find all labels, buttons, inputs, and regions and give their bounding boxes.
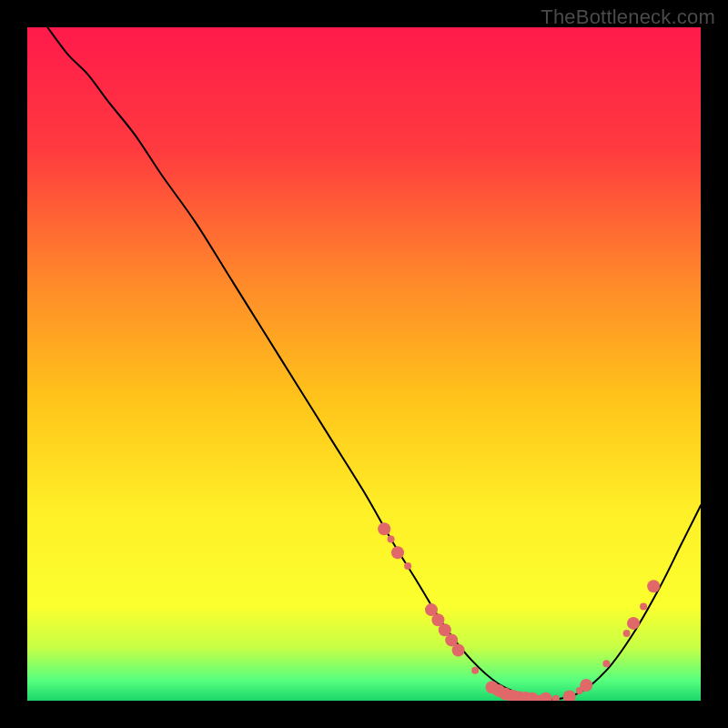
chart-frame: TheBottleneck.com bbox=[0, 0, 728, 728]
curve-marker bbox=[404, 562, 411, 570]
curve-marker bbox=[602, 660, 610, 667]
bottleneck-plot bbox=[27, 27, 701, 701]
curve-marker bbox=[623, 630, 631, 637]
chart-background bbox=[27, 27, 701, 701]
curve-marker bbox=[627, 617, 640, 630]
curve-marker bbox=[391, 546, 404, 559]
chart-svg bbox=[27, 27, 701, 701]
curve-marker bbox=[388, 535, 395, 542]
curve-marker bbox=[640, 602, 647, 610]
curve-marker bbox=[647, 580, 660, 592]
curve-marker bbox=[452, 644, 465, 657]
curve-marker bbox=[580, 679, 592, 692]
attribution-label: TheBottleneck.com bbox=[541, 5, 715, 29]
curve-marker bbox=[378, 522, 390, 535]
curve-marker bbox=[471, 667, 479, 674]
